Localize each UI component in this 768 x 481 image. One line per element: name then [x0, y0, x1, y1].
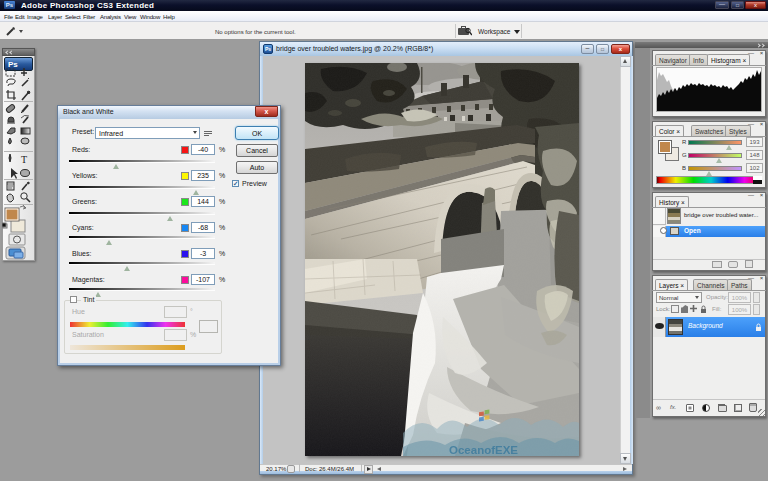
svg-text:T: T — [21, 154, 27, 165]
